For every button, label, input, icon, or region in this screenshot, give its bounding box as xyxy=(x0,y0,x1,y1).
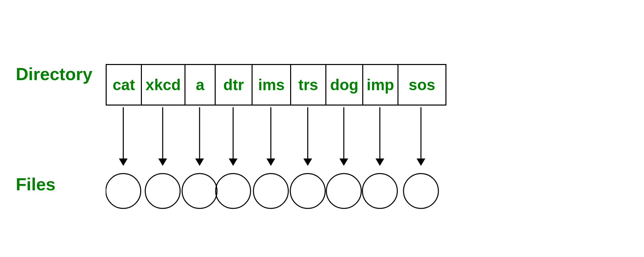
diagram-container: Directory catxkcdadtrimstrsdogimpsos Fil… xyxy=(0,0,644,257)
svg-point-14 xyxy=(254,174,288,208)
svg-marker-13 xyxy=(267,158,275,166)
svg-point-26 xyxy=(404,174,438,208)
dir-cell-dog: dog xyxy=(326,65,363,105)
svg-marker-16 xyxy=(304,158,312,166)
files-label: Files xyxy=(16,174,56,194)
svg-marker-10 xyxy=(229,158,237,166)
dir-cell-xkcd: xkcd xyxy=(142,65,185,105)
dir-cell-a: a xyxy=(185,65,216,105)
directory-label: Directory xyxy=(16,64,92,84)
svg-point-8 xyxy=(182,174,217,208)
svg-marker-4 xyxy=(158,158,167,166)
svg-marker-25 xyxy=(417,158,425,166)
svg-point-23 xyxy=(363,174,397,208)
svg-point-11 xyxy=(216,174,251,208)
dir-cell-cat: cat xyxy=(107,65,142,105)
svg-marker-22 xyxy=(376,158,384,166)
dir-cell-dtr: dtr xyxy=(216,65,253,105)
arrows-circles-container xyxy=(106,106,542,219)
svg-point-17 xyxy=(290,174,325,208)
svg-point-5 xyxy=(145,174,180,208)
svg-point-2 xyxy=(106,174,141,208)
diagram-svg xyxy=(106,106,542,219)
dir-cell-ims: ims xyxy=(253,65,291,105)
svg-point-20 xyxy=(326,174,361,208)
directory-row: catxkcdadtrimstrsdogimpsos xyxy=(106,64,446,106)
dir-cell-imp: imp xyxy=(363,65,398,105)
svg-marker-19 xyxy=(339,158,348,166)
dir-cell-sos: sos xyxy=(398,65,445,105)
svg-marker-1 xyxy=(119,158,128,166)
svg-marker-7 xyxy=(195,158,204,166)
dir-cell-trs: trs xyxy=(291,65,326,105)
